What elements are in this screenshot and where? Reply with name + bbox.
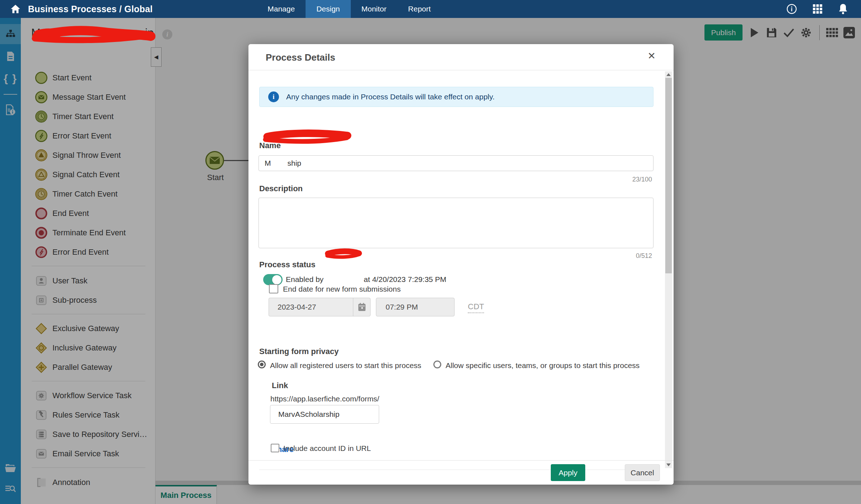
- link-slug-value: MarvAScholarship: [278, 410, 339, 419]
- link-base-url: https://app.laserfiche.com/forms/: [270, 395, 379, 403]
- timezone-label[interactable]: CDT: [468, 302, 484, 313]
- close-icon[interactable]: ✕: [647, 51, 656, 61]
- app-title: Business Processes / Global: [28, 4, 153, 14]
- modal-title: Process Details: [266, 52, 335, 63]
- calendar-icon[interactable]: [353, 298, 370, 316]
- link-label: Link: [272, 381, 288, 390]
- process-enabled-toggle[interactable]: [263, 274, 283, 285]
- modal-footer: Apply Cancel: [248, 460, 674, 485]
- link-slug-input[interactable]: MarvAScholarship: [270, 405, 379, 424]
- nav-tabs: Manage Design Monitor Report: [257, 0, 441, 18]
- radio-allow-all-label: Allow all registered users to start this…: [270, 361, 421, 370]
- radio-allow-all-users[interactable]: [258, 361, 266, 368]
- modal-body: i Any changes made in Process Details wi…: [248, 71, 664, 478]
- modal-scrollbar[interactable]: [665, 71, 672, 468]
- end-date-input[interactable]: 2023-04-27: [269, 298, 371, 316]
- name-value-redacted: Mship: [265, 159, 301, 168]
- end-date-label: End date for new form submissions: [283, 285, 401, 293]
- process-enabled-text: Enabled byat 4/20/2023 7:29:35 PM: [286, 275, 446, 284]
- name-input[interactable]: Mship: [259, 155, 653, 171]
- info-icon: i: [268, 91, 279, 102]
- app-window: Business Processes / Global Manage Desig…: [0, 0, 861, 504]
- description-label: Description: [259, 184, 303, 193]
- tab-monitor[interactable]: Monitor: [351, 0, 397, 18]
- tab-manage[interactable]: Manage: [257, 0, 306, 18]
- include-account-id-checkbox[interactable]: [271, 444, 279, 452]
- radio-allow-specific-label: Allow specific users, teams, or groups t…: [446, 361, 639, 370]
- description-char-counter: 0/512: [636, 252, 652, 260]
- home-icon[interactable]: [10, 4, 21, 14]
- name-label: Name: [259, 141, 281, 150]
- info-banner: i Any changes made in Process Details wi…: [259, 87, 653, 107]
- include-account-id-label: Include account ID in URL: [283, 444, 371, 453]
- process-status-label: Process status: [259, 260, 316, 269]
- apps-grid-icon[interactable]: [812, 4, 823, 14]
- scrollbar-thumb[interactable]: [665, 78, 672, 273]
- modal-header: Process Details ✕: [248, 44, 674, 70]
- apply-button[interactable]: Apply: [551, 464, 585, 481]
- end-date-checkbox[interactable]: [269, 284, 278, 293]
- scroll-up-icon[interactable]: [666, 73, 671, 76]
- info-banner-text: Any changes made in Process Details will…: [286, 93, 495, 101]
- tab-report[interactable]: Report: [397, 0, 442, 18]
- tab-design[interactable]: Design: [306, 0, 350, 18]
- info-icon[interactable]: [786, 4, 797, 14]
- end-time-input[interactable]: 07:29 PM: [376, 298, 455, 316]
- toggle-knob: [272, 275, 281, 284]
- cancel-button[interactable]: Cancel: [625, 464, 660, 481]
- top-navbar: Business Processes / Global Manage Desig…: [0, 0, 861, 18]
- radio-allow-specific-users[interactable]: [433, 361, 441, 368]
- description-textarea[interactable]: [259, 198, 653, 248]
- name-char-counter: 23/100: [632, 176, 652, 183]
- process-details-modal: Process Details ✕ i Any changes made in …: [248, 44, 674, 485]
- starting-form-privacy-label: Starting form privacy: [259, 347, 339, 356]
- notifications-bell-icon[interactable]: [838, 3, 848, 15]
